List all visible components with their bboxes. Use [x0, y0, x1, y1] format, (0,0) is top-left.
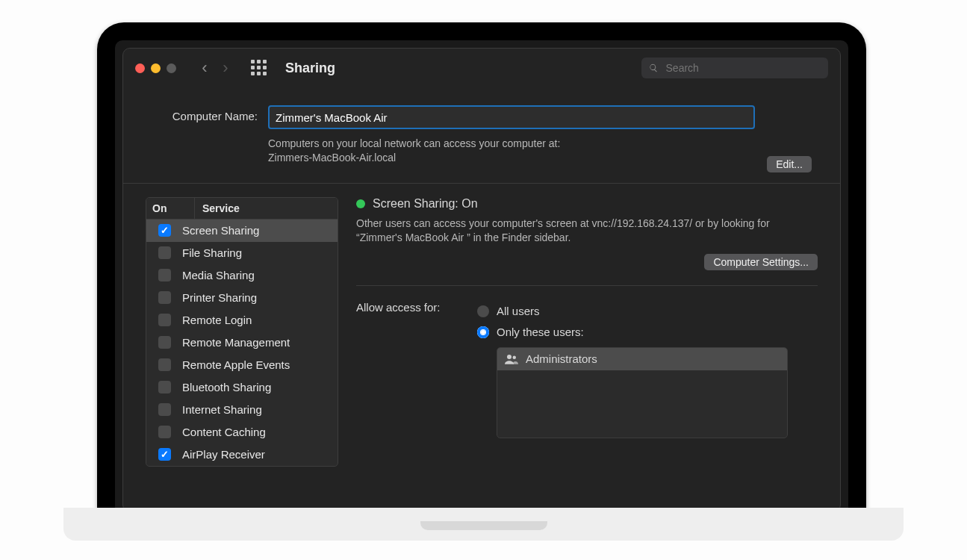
service-label: Content Caching [182, 426, 266, 438]
service-checkbox[interactable] [158, 336, 171, 349]
user-list-item[interactable]: Administrators [497, 348, 787, 370]
service-checkbox[interactable] [158, 358, 171, 371]
search-field[interactable] [641, 57, 828, 78]
radio-all-users[interactable]: All users [477, 301, 818, 322]
nav-arrows: ‹ › [196, 59, 234, 77]
services-header-on: On [146, 198, 195, 219]
allowed-users-list[interactable]: Administrators [497, 347, 788, 438]
service-label: Media Sharing [182, 269, 255, 281]
minimize-icon[interactable] [151, 63, 161, 73]
service-detail-pane: Screen Sharing: On Other users can acces… [356, 197, 818, 467]
svg-point-1 [513, 355, 517, 359]
all-preferences-icon[interactable] [251, 60, 267, 76]
window-controls [135, 63, 176, 73]
computer-name-input[interactable] [268, 105, 755, 129]
service-checkbox[interactable] [158, 448, 171, 461]
divider [356, 285, 818, 286]
radio-only-label: Only these users: [497, 326, 584, 338]
edit-hostname-button[interactable]: Edit... [767, 156, 812, 172]
fullscreen-icon [167, 63, 176, 73]
service-row[interactable]: AirPlay Receiver [146, 444, 338, 466]
service-checkbox[interactable] [158, 291, 171, 304]
status-indicator-icon [356, 199, 365, 208]
status-label: Screen Sharing: On [373, 197, 478, 211]
back-button[interactable]: ‹ [196, 59, 214, 77]
service-row[interactable]: Bluetooth Sharing [146, 376, 338, 399]
close-icon[interactable] [135, 63, 145, 73]
service-label: File Sharing [182, 246, 242, 259]
service-checkbox[interactable] [158, 426, 171, 438]
computer-name-label: Computer Name: [146, 105, 258, 122]
service-row[interactable]: Media Sharing [146, 264, 338, 287]
service-row[interactable]: Remote Login [146, 309, 338, 332]
radio-icon [477, 305, 489, 317]
service-label: AirPlay Receiver [182, 448, 265, 461]
users-group-icon [505, 354, 518, 364]
service-checkbox[interactable] [158, 314, 171, 326]
service-row[interactable]: Internet Sharing [146, 399, 338, 421]
service-checkbox[interactable] [158, 381, 171, 393]
service-row[interactable]: Remote Apple Events [146, 354, 338, 376]
service-label: Remote Login [182, 314, 252, 326]
radio-all-label: All users [497, 305, 540, 317]
search-input[interactable] [665, 61, 821, 75]
services-table: On Service Screen SharingFile SharingMed… [146, 197, 338, 467]
service-checkbox[interactable] [158, 269, 171, 281]
service-row[interactable]: Printer Sharing [146, 287, 338, 309]
search-icon [649, 63, 659, 73]
service-row[interactable]: Content Caching [146, 421, 338, 444]
service-label: Screen Sharing [182, 224, 259, 237]
service-row[interactable]: File Sharing [146, 242, 338, 264]
service-label: Printer Sharing [182, 291, 257, 304]
access-label: Allow access for: [356, 301, 467, 438]
service-label: Remote Apple Events [182, 358, 290, 371]
computer-name-desc2: Zimmers-MacBook-Air.local [268, 151, 686, 165]
sharing-preferences-window: ‹ › Sharing Computer Name: [122, 48, 841, 512]
service-label: Bluetooth Sharing [182, 381, 271, 393]
service-row[interactable]: Screen Sharing [146, 220, 338, 242]
user-label: Administrators [526, 352, 597, 365]
svg-point-0 [507, 355, 512, 359]
service-label: Remote Management [182, 336, 290, 349]
service-checkbox[interactable] [158, 224, 171, 237]
window-toolbar: ‹ › Sharing [123, 49, 840, 87]
forward-button: › [217, 59, 234, 77]
radio-only-users[interactable]: Only these users: [477, 322, 818, 343]
service-row[interactable]: Remote Management [146, 332, 338, 354]
service-checkbox[interactable] [158, 246, 171, 259]
computer-name-desc1: Computers on your local network can acce… [268, 137, 686, 151]
services-header-service: Service [195, 198, 247, 219]
status-description: Other users can access your computer's s… [356, 217, 797, 245]
radio-icon [477, 326, 489, 338]
service-checkbox[interactable] [158, 403, 171, 416]
divider [123, 183, 840, 184]
window-title: Sharing [285, 60, 335, 76]
computer-settings-button[interactable]: Computer Settings... [704, 254, 818, 270]
service-label: Internet Sharing [182, 403, 262, 416]
